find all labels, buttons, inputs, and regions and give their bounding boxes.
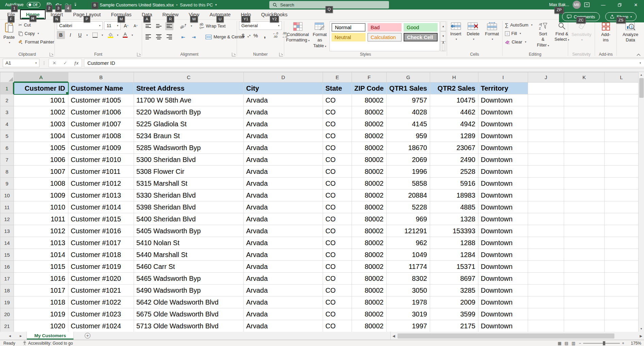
cell-J16[interactable] xyxy=(528,261,564,273)
align-left-button[interactable] xyxy=(144,33,152,41)
cell-F18[interactable]: 80002 xyxy=(352,285,387,296)
vertical-scroll-thumb[interactable] xyxy=(639,78,644,98)
cell-A21[interactable]: 1020 xyxy=(14,320,68,332)
cell-B12[interactable]: Customer #1015 xyxy=(68,213,134,225)
cell-I8[interactable]: Downtown xyxy=(478,166,528,178)
undo-button[interactable]: ↶▾ 3 xyxy=(53,0,63,10)
close-button[interactable]: ✕ xyxy=(628,0,644,10)
customize-qat-button[interactable]: ▾ xyxy=(73,0,78,10)
cell-F6[interactable]: 80002 xyxy=(352,142,387,154)
borders-button[interactable] xyxy=(91,31,99,39)
cell-style-calculation[interactable]: Calculation xyxy=(368,33,402,41)
cell-E2[interactable]: CO xyxy=(323,94,352,106)
cell-E15[interactable]: CO xyxy=(323,249,352,261)
enter-icon[interactable]: ✓ xyxy=(60,60,71,66)
cell-E19[interactable]: CO xyxy=(323,296,352,308)
cell-G11[interactable]: 5228 xyxy=(387,201,430,213)
row-header-6[interactable]: 6 xyxy=(0,142,14,154)
tab-automate[interactable]: AutomateU xyxy=(204,10,236,19)
page-break-view-icon[interactable]: ▥ xyxy=(572,341,575,346)
cell-F20[interactable]: 80002 xyxy=(352,308,387,320)
cell-G9[interactable]: 5858 xyxy=(387,178,430,189)
cell-H13[interactable]: 153393 xyxy=(430,225,478,237)
wrap-text-button[interactable]: abc↩ Wrap Text xyxy=(199,22,226,30)
cell-A7[interactable]: 1006 xyxy=(14,154,68,166)
accounting-format-button[interactable]: $ xyxy=(239,31,247,39)
cell-F2[interactable]: 80002 xyxy=(352,94,387,106)
cell-J1[interactable] xyxy=(528,83,564,94)
cell-D10[interactable]: Arvada xyxy=(244,189,323,201)
cell-D11[interactable]: Arvada xyxy=(244,201,323,213)
fill-button[interactable]: ↓Fill▾ xyxy=(504,29,533,38)
scroll-right-icon[interactable]: ▶ xyxy=(638,334,644,338)
cell-E16[interactable]: CO xyxy=(323,261,352,273)
search-box[interactable]: Search Q xyxy=(269,1,389,8)
scroll-up-icon[interactable]: ▲ xyxy=(639,72,644,78)
save-button[interactable]: 2 xyxy=(45,0,53,10)
cell-C10[interactable]: 5330 Sheridan Blvd xyxy=(134,189,244,201)
cell-G15[interactable]: 1049 xyxy=(387,249,430,261)
cell-L18[interactable] xyxy=(605,285,639,296)
cell-H6[interactable]: 23067 xyxy=(430,142,478,154)
cell-G21[interactable]: 1997 xyxy=(387,320,430,332)
cell-L11[interactable] xyxy=(605,201,639,213)
delete-cells-button[interactable]: Delete ▾ xyxy=(465,21,482,51)
account-area[interactable]: Max Bak... ZP MB xyxy=(549,0,590,10)
cell-B11[interactable]: Customer #1014 xyxy=(68,201,134,213)
row-header-14[interactable]: 14 xyxy=(0,237,14,249)
gallery-expand-icon[interactable]: ▼ xyxy=(440,41,446,51)
cell-I19[interactable]: Downtown xyxy=(478,296,528,308)
cell-A20[interactable]: 1019 xyxy=(14,308,68,320)
clipboard-dialog-launcher[interactable]: ↘ xyxy=(50,53,53,56)
cell-C9[interactable]: 5315 Marshall St xyxy=(134,178,244,189)
cell-H2[interactable]: 10475 xyxy=(430,94,478,106)
zoom-in-icon[interactable]: + xyxy=(622,341,624,346)
cell-L7[interactable] xyxy=(605,154,639,166)
cell-G14[interactable]: 962 xyxy=(387,237,430,249)
cell-K3[interactable] xyxy=(564,106,605,118)
cell-D13[interactable]: Arvada xyxy=(244,225,323,237)
font-family-select[interactable]: Calibri▾ xyxy=(57,21,103,30)
cell-B18[interactable]: Customer #1021 xyxy=(68,285,134,296)
cell-B10[interactable]: Customer #1013 xyxy=(68,189,134,201)
cell-D20[interactable]: Arvada xyxy=(244,308,323,320)
cell-I18[interactable]: Downtown xyxy=(478,285,528,296)
tab-review[interactable]: ReviewR xyxy=(157,10,184,19)
cell-H10[interactable]: 18983 xyxy=(430,189,478,201)
cell-E7[interactable]: CO xyxy=(323,154,352,166)
cell-J2[interactable] xyxy=(528,94,564,106)
cell-K2[interactable] xyxy=(564,94,605,106)
cell-A19[interactable]: 1018 xyxy=(14,296,68,308)
cell-B21[interactable]: Customer #1024 xyxy=(68,320,134,332)
cell-L15[interactable] xyxy=(605,249,639,261)
name-box[interactable]: A1 ▾ xyxy=(3,59,39,67)
cell-K7[interactable] xyxy=(564,154,605,166)
cell-C17[interactable]: 5465 Wadsworth Byp xyxy=(134,273,244,285)
cell-E21[interactable]: CO xyxy=(323,320,352,332)
cell-B7[interactable]: Customer #1010 xyxy=(68,154,134,166)
cell-I13[interactable]: Downtown xyxy=(478,225,528,237)
cell-J6[interactable] xyxy=(528,142,564,154)
cell-A4[interactable]: 1003 xyxy=(14,118,68,130)
cell-F19[interactable]: 80002 xyxy=(352,296,387,308)
cell-E17[interactable]: CO xyxy=(323,273,352,285)
decrease-indent-button[interactable]: ⇤ xyxy=(179,33,187,41)
cell-B5[interactable]: Customer #1008 xyxy=(68,130,134,142)
cell-B9[interactable]: Customer #1012 xyxy=(68,178,134,189)
tab-quickbooks[interactable]: QuickBooksY2 xyxy=(256,10,292,19)
cell-J18[interactable] xyxy=(528,285,564,296)
cell-J7[interactable] xyxy=(528,154,564,166)
cell-C4[interactable]: 5225 Gladiola St xyxy=(134,118,244,130)
cell-K10[interactable] xyxy=(564,189,605,201)
cell-I21[interactable]: Downtown xyxy=(478,320,528,332)
decrease-font-button[interactable]: A˅ xyxy=(132,22,140,30)
cell-I1[interactable]: Territory xyxy=(478,83,528,94)
cell-J10[interactable] xyxy=(528,189,564,201)
cell-D9[interactable]: Arvada xyxy=(244,178,323,189)
cell-D8[interactable]: Arvada xyxy=(244,166,323,178)
cell-G7[interactable]: 2069 xyxy=(387,154,430,166)
prev-sheet-icon[interactable]: ◂ xyxy=(9,333,11,338)
row-header-4[interactable]: 4 xyxy=(0,118,14,130)
cell-I14[interactable]: Downtown xyxy=(478,237,528,249)
cut-button[interactable]: ✂Cut xyxy=(17,21,55,29)
